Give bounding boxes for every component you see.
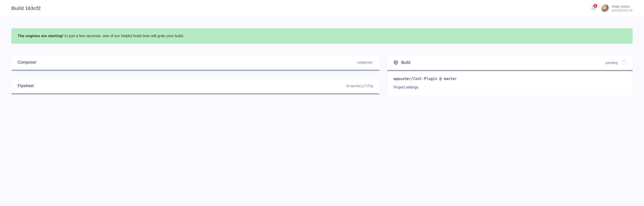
user-email: peter@suhm.dk <box>612 8 633 12</box>
project-settings-link[interactable]: Project settings <box>394 85 418 89</box>
stage-meta: branchci/lftp <box>347 84 373 88</box>
stages-column: Composer composer Flywheel branchci/lftp <box>11 55 380 94</box>
alert-bold: The engines are starting! <box>18 34 64 38</box>
page-title: Build 163cf2 <box>11 6 41 11</box>
stage-meta: composer <box>357 60 373 64</box>
card-header: Composer composer <box>11 55 380 71</box>
main-container: Composer composer Flywheel branchci/lftp… <box>0 44 644 107</box>
alert-area: The engines are starting! In just a few … <box>0 17 644 44</box>
stage-title: Flywheel <box>18 84 34 88</box>
stage-card-composer[interactable]: Composer composer <box>11 55 380 71</box>
stage-title: Composer <box>18 60 36 65</box>
build-title: Build <box>401 60 410 65</box>
build-status: pending <box>606 60 626 65</box>
spinner-icon <box>621 60 626 65</box>
alert-text: In just a few seconds, one of our helpfu… <box>64 34 184 38</box>
build-panel: Build pending wppusher/Cool-Plugin @ mas… <box>387 55 633 96</box>
card-header: Build pending <box>387 55 633 71</box>
user-menu[interactable]: Peter Suhm peter@suhm.dk <box>602 4 633 12</box>
status-alert: The engines are starting! In just a few … <box>11 28 633 44</box>
notifications-badge: 2 <box>593 4 597 8</box>
app-header: Build 163cf2 2 Peter Suhm peter@suhm.dk <box>0 0 644 17</box>
build-title-wrap: Build <box>394 60 410 65</box>
header-actions: 2 Peter Suhm peter@suhm.dk <box>591 4 633 12</box>
user-name: Peter Suhm <box>612 4 633 8</box>
status-text: pending <box>606 61 618 64</box>
repo-line: wppusher/Cool-Plugin @ master <box>394 76 626 81</box>
card-header: Flywheel branchci/lftp <box>11 78 380 94</box>
build-body: wppusher/Cool-Plugin @ master Project se… <box>387 71 633 96</box>
stage-card-flywheel[interactable]: Flywheel branchci/lftp <box>11 78 380 94</box>
notifications-button[interactable]: 2 <box>591 5 596 12</box>
build-card: Build pending wppusher/Cool-Plugin @ mas… <box>387 55 633 96</box>
package-icon <box>394 60 398 65</box>
avatar <box>602 4 609 12</box>
